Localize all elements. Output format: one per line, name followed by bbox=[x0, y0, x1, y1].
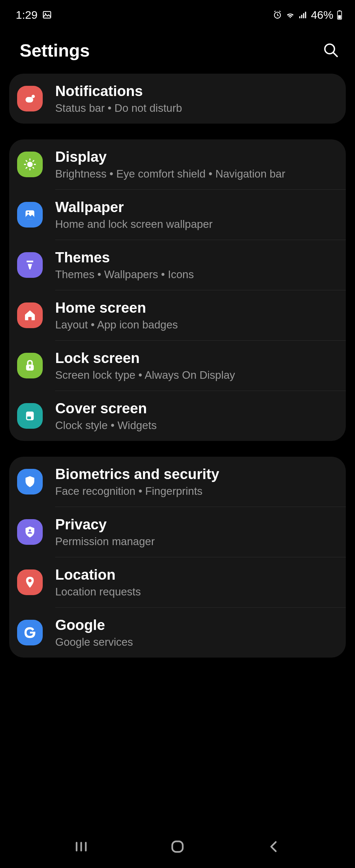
row-text: Biometrics and security Face recognition… bbox=[55, 466, 335, 497]
row-text: Themes Themes • Wallpapers • Icons bbox=[55, 249, 335, 281]
settings-row-home-screen[interactable]: Home screen Layout • App icon badges bbox=[9, 290, 346, 340]
row-subtitle: Home and lock screen wallpaper bbox=[55, 218, 335, 230]
svg-line-20 bbox=[33, 167, 34, 168]
svg-rect-28 bbox=[27, 416, 31, 419]
row-title: Lock screen bbox=[55, 350, 335, 366]
svg-point-13 bbox=[32, 95, 35, 98]
row-subtitle: Location requests bbox=[55, 586, 335, 598]
row-subtitle: Clock style • Widgets bbox=[55, 419, 335, 432]
svg-point-24 bbox=[28, 212, 29, 213]
settings-row-themes[interactable]: Themes Themes • Wallpapers • Icons bbox=[9, 240, 346, 290]
header: Settings bbox=[0, 30, 355, 74]
row-title: Google bbox=[55, 617, 335, 633]
settings-row-google[interactable]: Google Google services bbox=[9, 608, 346, 658]
alarm-icon bbox=[273, 10, 282, 20]
svg-rect-0 bbox=[43, 11, 51, 18]
home-icon bbox=[17, 303, 43, 328]
row-title: Home screen bbox=[55, 300, 335, 316]
lock-icon bbox=[17, 353, 43, 378]
row-text: Privacy Permission manager bbox=[55, 516, 335, 548]
row-title: Notifications bbox=[55, 83, 335, 99]
settings-row-privacy[interactable]: Privacy Permission manager bbox=[9, 507, 346, 557]
row-text: Wallpaper Home and lock screen wallpaper bbox=[55, 199, 335, 230]
display-icon bbox=[17, 152, 43, 177]
row-title: Wallpaper bbox=[55, 199, 335, 215]
status-bar: 1:29 46% bbox=[0, 0, 355, 30]
row-subtitle: Permission manager bbox=[55, 535, 335, 548]
settings-group: Display Brightness • Eye comfort shield … bbox=[9, 140, 346, 441]
row-title: Privacy bbox=[55, 516, 335, 533]
svg-point-29 bbox=[29, 529, 31, 532]
svg-rect-26 bbox=[29, 366, 30, 369]
wifi-icon bbox=[285, 10, 295, 20]
settings-row-cover-screen[interactable]: Cover screen Clock style • Widgets bbox=[9, 391, 346, 441]
themes-icon bbox=[17, 252, 43, 278]
settings-row-wallpaper[interactable]: Wallpaper Home and lock screen wallpaper bbox=[9, 190, 346, 240]
row-subtitle: Google services bbox=[55, 636, 335, 648]
settings-row-display[interactable]: Display Brightness • Eye comfort shield … bbox=[9, 140, 346, 189]
svg-line-11 bbox=[333, 52, 337, 57]
row-title: Display bbox=[55, 149, 335, 165]
row-subtitle: Status bar • Do not disturb bbox=[55, 102, 335, 115]
signal-icon bbox=[298, 10, 308, 20]
row-text: Cover screen Clock style • Widgets bbox=[55, 400, 335, 432]
svg-line-22 bbox=[33, 160, 34, 161]
settings-group: Notifications Status bar • Do not distur… bbox=[9, 74, 346, 124]
svg-rect-4 bbox=[301, 15, 302, 19]
home-nav-icon bbox=[170, 839, 185, 855]
settings-row-biometrics[interactable]: Biometrics and security Face recognition… bbox=[9, 457, 346, 507]
recents-icon bbox=[73, 839, 89, 855]
status-left: 1:29 bbox=[16, 8, 52, 21]
picture-icon bbox=[42, 10, 52, 20]
svg-rect-3 bbox=[299, 17, 300, 19]
settings-group: Biometrics and security Face recognition… bbox=[9, 457, 346, 658]
row-text: Google Google services bbox=[55, 617, 335, 648]
navigation-bar bbox=[0, 825, 355, 868]
nav-back-button[interactable] bbox=[261, 834, 287, 860]
row-text: Location Location requests bbox=[55, 566, 335, 598]
svg-rect-8 bbox=[339, 10, 341, 11]
row-subtitle: Brightness • Eye comfort shield • Naviga… bbox=[55, 168, 335, 180]
svg-point-14 bbox=[27, 162, 33, 167]
wallpaper-icon bbox=[17, 202, 43, 227]
cover-screen-icon bbox=[17, 403, 43, 429]
row-subtitle: Layout • App icon badges bbox=[55, 319, 335, 331]
svg-line-19 bbox=[26, 160, 27, 161]
svg-point-30 bbox=[28, 579, 32, 582]
nav-home-button[interactable] bbox=[164, 834, 191, 860]
svg-rect-5 bbox=[303, 13, 304, 18]
row-text: Home screen Layout • App icon badges bbox=[55, 300, 335, 331]
google-icon bbox=[17, 620, 43, 645]
status-time: 1:29 bbox=[16, 8, 37, 21]
row-text: Lock screen Screen lock type • Always On… bbox=[55, 350, 335, 381]
notifications-icon bbox=[17, 86, 43, 112]
battery-percent: 46% bbox=[311, 8, 333, 21]
row-title: Location bbox=[55, 566, 335, 583]
svg-line-21 bbox=[26, 167, 27, 168]
row-text: Notifications Status bar • Do not distur… bbox=[55, 83, 335, 115]
row-subtitle: Face recognition • Fingerprints bbox=[55, 485, 335, 497]
nav-recents-button[interactable] bbox=[68, 834, 94, 860]
search-button[interactable] bbox=[323, 42, 339, 59]
settings-row-lock-screen[interactable]: Lock screen Screen lock type • Always On… bbox=[9, 341, 346, 391]
page-title: Settings bbox=[20, 40, 90, 61]
svg-rect-34 bbox=[172, 841, 183, 852]
row-subtitle: Screen lock type • Always On Display bbox=[55, 369, 335, 381]
location-icon bbox=[17, 569, 43, 595]
row-title: Biometrics and security bbox=[55, 466, 335, 482]
settings-row-location[interactable]: Location Location requests bbox=[9, 557, 346, 607]
search-icon bbox=[323, 42, 339, 59]
row-title: Themes bbox=[55, 249, 335, 266]
settings-row-notifications[interactable]: Notifications Status bar • Do not distur… bbox=[9, 74, 346, 124]
battery-icon bbox=[336, 10, 343, 20]
back-icon bbox=[266, 839, 282, 855]
status-right: 46% bbox=[273, 8, 343, 21]
row-title: Cover screen bbox=[55, 400, 335, 416]
shield-icon bbox=[17, 469, 43, 495]
row-text: Display Brightness • Eye comfort shield … bbox=[55, 149, 335, 180]
privacy-icon bbox=[17, 519, 43, 545]
row-subtitle: Themes • Wallpapers • Icons bbox=[55, 268, 335, 281]
svg-rect-6 bbox=[305, 12, 306, 19]
svg-rect-12 bbox=[26, 97, 33, 102]
svg-rect-9 bbox=[338, 15, 341, 19]
